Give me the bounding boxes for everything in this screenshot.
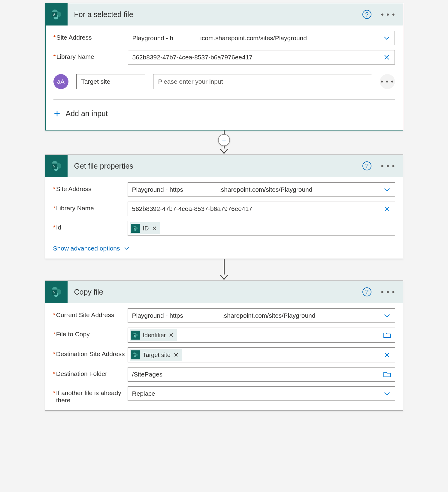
chevron-down-icon — [124, 245, 130, 251]
help-icon[interactable]: ? — [362, 287, 371, 296]
trigger-card: S For a selected file ? • • • *Site Addr… — [45, 3, 403, 130]
chevron-down-icon[interactable] — [380, 312, 394, 319]
library-name-label: *Library Name — [53, 50, 128, 60]
user-input-placeholder[interactable]: Please enter your input — [153, 74, 372, 89]
token-remove-icon[interactable]: ✕ — [174, 351, 179, 358]
svg-text:S: S — [53, 13, 55, 17]
chevron-down-icon[interactable] — [380, 34, 393, 42]
help-icon[interactable]: ? — [362, 10, 371, 19]
more-actions-icon[interactable]: • • • — [379, 290, 398, 293]
current-site-label: *Current Site Address — [53, 308, 128, 319]
current-site-combo[interactable]: Playground - https.sharepoint.com/sites/… — [128, 308, 395, 323]
add-step-button[interactable]: + — [218, 134, 230, 146]
card-title: Copy file — [68, 288, 362, 296]
svg-text:S: S — [53, 164, 55, 168]
text-type-icon: aA — [53, 74, 68, 89]
svg-text:S: S — [53, 290, 55, 294]
dest-folder-label: *Destination Folder — [53, 367, 128, 377]
copy-file-card: S Copy file ? • • • *Current Site Addres… — [45, 280, 403, 411]
id-field[interactable]: s ID ✕ — [128, 221, 395, 236]
chevron-down-icon[interactable] — [380, 186, 394, 193]
sharepoint-icon: s — [131, 331, 140, 340]
show-advanced-link[interactable]: Show advanced options — [53, 241, 395, 252]
token-label: Identifier — [143, 332, 166, 339]
library-name-combo[interactable]: 562b8392-47b7-4cea-8537-b6a7976ee417 — [128, 50, 395, 64]
card-header[interactable]: S Get file properties ? • • • — [45, 155, 403, 177]
arrow-down-icon — [220, 148, 228, 154]
folder-picker-icon[interactable] — [380, 371, 394, 378]
sharepoint-icon: S — [45, 3, 68, 26]
sharepoint-icon: s — [131, 350, 140, 359]
dynamic-token-id[interactable]: s ID ✕ — [130, 222, 160, 234]
clear-x-icon[interactable] — [380, 54, 393, 61]
file-to-copy-field[interactable]: s Identifier ✕ — [128, 328, 395, 343]
sharepoint-icon: s — [131, 224, 140, 233]
clear-x-icon[interactable] — [380, 205, 394, 212]
card-title: For a selected file — [68, 10, 362, 19]
card-title: Get file properties — [68, 162, 362, 170]
site-address-combo[interactable]: Playground - hicom.sharepoint.com/sites/… — [128, 31, 395, 45]
add-input-label: Add an input — [66, 109, 108, 118]
library-name-label: *Library Name — [53, 202, 128, 212]
dynamic-token-identifier[interactable]: s Identifier ✕ — [130, 329, 177, 341]
more-actions-icon[interactable]: • • • — [379, 13, 398, 16]
id-label: *Id — [53, 221, 128, 231]
dynamic-token-target-site[interactable]: s Target site ✕ — [130, 349, 182, 361]
sharepoint-icon: S — [45, 155, 68, 177]
sharepoint-icon: S — [45, 281, 68, 303]
dest-site-label: *Destination Site Address — [53, 347, 128, 358]
more-actions-icon[interactable]: • • • — [379, 164, 398, 167]
user-input-row: aA Target site Please enter your input •… — [53, 69, 395, 100]
plus-icon: + — [54, 110, 60, 117]
user-input-name[interactable]: Target site — [76, 74, 145, 89]
add-input-button[interactable]: + Add an input — [53, 103, 395, 123]
dest-folder-field[interactable]: /SitePages — [128, 367, 395, 382]
folder-picker-icon[interactable] — [380, 332, 394, 338]
card-header[interactable]: S Copy file ? • • • — [45, 281, 403, 303]
get-properties-card: S Get file properties ? • • • *Site Addr… — [45, 154, 403, 259]
svg-text:s: s — [134, 334, 135, 336]
site-address-label: *Site Address — [53, 182, 128, 193]
site-address-combo[interactable]: Playground - https.sharepoint.com/sites/… — [128, 182, 395, 197]
user-input-more-icon[interactable]: • • • — [380, 74, 395, 89]
site-address-label: *Site Address — [53, 31, 128, 41]
help-icon[interactable]: ? — [362, 161, 371, 170]
arrow-down-icon — [220, 274, 228, 280]
if-exists-combo[interactable]: Replace — [128, 386, 395, 401]
dest-site-field[interactable]: s Target site ✕ — [128, 347, 395, 362]
token-remove-icon[interactable]: ✕ — [169, 332, 174, 339]
clear-x-icon[interactable] — [380, 351, 394, 358]
token-label: Target site — [143, 352, 171, 358]
svg-text:s: s — [134, 227, 135, 229]
library-name-combo[interactable]: 562b8392-47b7-4cea-8537-b6a7976ee417 — [128, 202, 395, 216]
card-header[interactable]: S For a selected file ? • • • — [45, 3, 403, 26]
token-remove-icon[interactable]: ✕ — [152, 225, 157, 232]
chevron-down-icon[interactable] — [380, 390, 394, 397]
if-exists-label: *If another file is already there — [53, 386, 128, 404]
token-label: ID — [143, 225, 149, 232]
file-to-copy-label: *File to Copy — [53, 328, 128, 338]
svg-text:s: s — [134, 354, 135, 356]
